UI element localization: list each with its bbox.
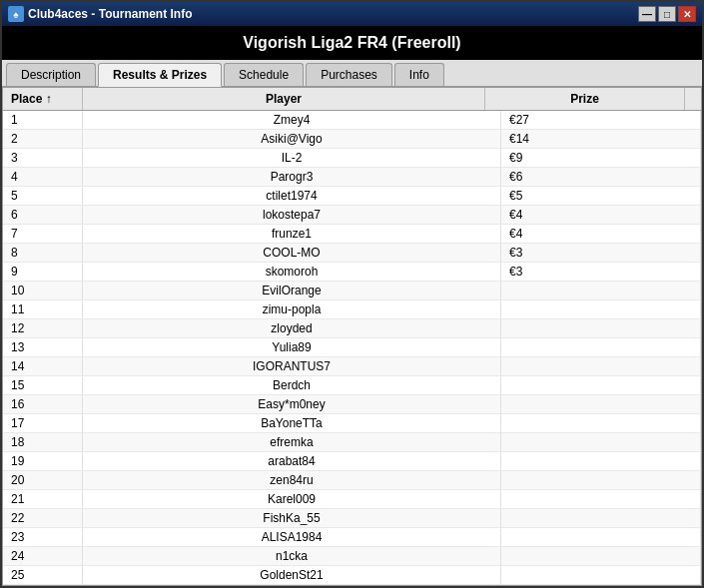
table-row: 9skomoroh€3	[3, 263, 701, 282]
table-row: 5ctilet1974€5	[3, 187, 701, 206]
cell-place: 14	[3, 357, 83, 375]
cell-player: zloyded	[83, 319, 501, 337]
cell-place: 5	[3, 187, 83, 205]
minimize-button[interactable]: —	[638, 6, 656, 22]
cell-place: 24	[3, 547, 83, 565]
cell-prize	[501, 528, 701, 546]
cell-place: 6	[3, 206, 83, 224]
cell-prize: €4	[501, 225, 701, 243]
cell-prize	[501, 509, 701, 527]
cell-player: skomoroh	[83, 263, 501, 281]
cell-prize	[501, 357, 701, 375]
cell-prize: €4	[501, 206, 701, 224]
tab-description[interactable]: Description	[6, 63, 96, 86]
title-bar: ♠ Club4aces - Tournament Info — □ ✕	[2, 2, 702, 26]
table-body[interactable]: 1Zmey4€272Asiki@Vigo€143IL-2€94Parogr3€6…	[3, 111, 701, 585]
cell-player: BaYoneTTa	[83, 414, 501, 432]
cell-player: n1cka	[83, 547, 501, 565]
cell-player: IL-2	[83, 149, 501, 167]
table-row: 17BaYoneTTa	[3, 414, 701, 433]
table-row: 15Berdch	[3, 376, 701, 395]
cell-player: Berdch	[83, 376, 501, 394]
table-row: 19arabat84	[3, 452, 701, 471]
cell-player: GoldenSt21	[83, 566, 501, 584]
app-icon: ♠	[8, 6, 24, 22]
table-row: 22FishKa_55	[3, 509, 701, 528]
cell-place: 10	[3, 282, 83, 299]
cell-player: IGORANTUS7	[83, 357, 501, 375]
cell-player: zimu-popla	[83, 300, 501, 318]
tab-info[interactable]: Info	[394, 63, 444, 86]
cell-prize	[501, 300, 701, 318]
cell-place: 7	[3, 225, 83, 243]
maximize-button[interactable]: □	[658, 6, 676, 22]
cell-place: 13	[3, 338, 83, 356]
main-window: ♠ Club4aces - Tournament Info — □ ✕ Vigo…	[0, 0, 704, 588]
tournament-title: Vigorish Liga2 FR4 (Freeroll)	[2, 26, 702, 60]
cell-player: Parogr3	[83, 168, 501, 186]
cell-player: zen84ru	[83, 471, 501, 489]
table-row: 16Easy*m0ney	[3, 395, 701, 414]
table-row: 4Parogr3€6	[3, 168, 701, 187]
cell-place: 1	[3, 111, 83, 129]
table-row: 6lokostepa7€4	[3, 206, 701, 225]
cell-player: Karel009	[83, 490, 501, 508]
cell-player: efremka	[83, 433, 501, 451]
cell-prize: €5	[501, 187, 701, 205]
close-button[interactable]: ✕	[678, 6, 696, 22]
cell-prize: €6	[501, 168, 701, 186]
window-title: Club4aces - Tournament Info	[28, 7, 192, 21]
cell-prize	[501, 414, 701, 432]
cell-prize: €3	[501, 244, 701, 262]
cell-place: 15	[3, 376, 83, 394]
cell-player: Easy*m0ney	[83, 395, 501, 413]
table-row: 14IGORANTUS7	[3, 357, 701, 376]
cell-player: EvilOrange	[83, 282, 501, 299]
cell-prize	[501, 471, 701, 489]
scrollbar-placeholder	[685, 88, 701, 110]
cell-player: arabat84	[83, 452, 501, 470]
cell-player: ctilet1974	[83, 187, 501, 205]
table-row: 2Asiki@Vigo€14	[3, 130, 701, 149]
cell-prize	[501, 566, 701, 584]
cell-prize	[501, 282, 701, 299]
cell-prize	[501, 547, 701, 565]
cell-place: 11	[3, 300, 83, 318]
cell-player: Asiki@Vigo	[83, 130, 501, 148]
title-bar-left: ♠ Club4aces - Tournament Info	[8, 6, 192, 22]
tab-bar: Description Results & Prizes Schedule Pu…	[2, 60, 702, 87]
title-bar-controls: — □ ✕	[638, 6, 696, 22]
table-row: 7frunze1€4	[3, 225, 701, 244]
table-row: 25GoldenSt21	[3, 566, 701, 585]
column-prize: Prize	[485, 88, 685, 110]
cell-place: 22	[3, 509, 83, 527]
table-row: 23ALISA1984	[3, 528, 701, 547]
cell-prize	[501, 395, 701, 413]
table-row: 20zen84ru	[3, 471, 701, 490]
cell-place: 20	[3, 471, 83, 489]
tab-schedule[interactable]: Schedule	[224, 63, 304, 86]
table-row: 13Yulia89	[3, 338, 701, 357]
cell-prize: €14	[501, 130, 701, 148]
cell-player: lokostepa7	[83, 206, 501, 224]
cell-player: frunze1	[83, 225, 501, 243]
cell-place: 8	[3, 244, 83, 262]
column-player: Player	[83, 88, 485, 110]
cell-prize: €3	[501, 263, 701, 281]
table-row: 24n1cka	[3, 547, 701, 566]
tab-results[interactable]: Results & Prizes	[98, 63, 222, 87]
cell-place: 3	[3, 149, 83, 167]
table-row: 10EvilOrange	[3, 282, 701, 300]
cell-prize	[501, 433, 701, 451]
cell-place: 17	[3, 414, 83, 432]
content-area: Place ↑ Player Prize 1Zmey4€272Asiki@Vig…	[2, 87, 702, 586]
cell-place: 19	[3, 452, 83, 470]
table-row: 21Karel009	[3, 490, 701, 509]
cell-prize: €27	[501, 111, 701, 129]
table-row: 11zimu-popla	[3, 300, 701, 319]
cell-place: 23	[3, 528, 83, 546]
cell-prize	[501, 338, 701, 356]
cell-player: ALISA1984	[83, 528, 501, 546]
cell-place: 4	[3, 168, 83, 186]
tab-purchases[interactable]: Purchases	[306, 63, 392, 86]
